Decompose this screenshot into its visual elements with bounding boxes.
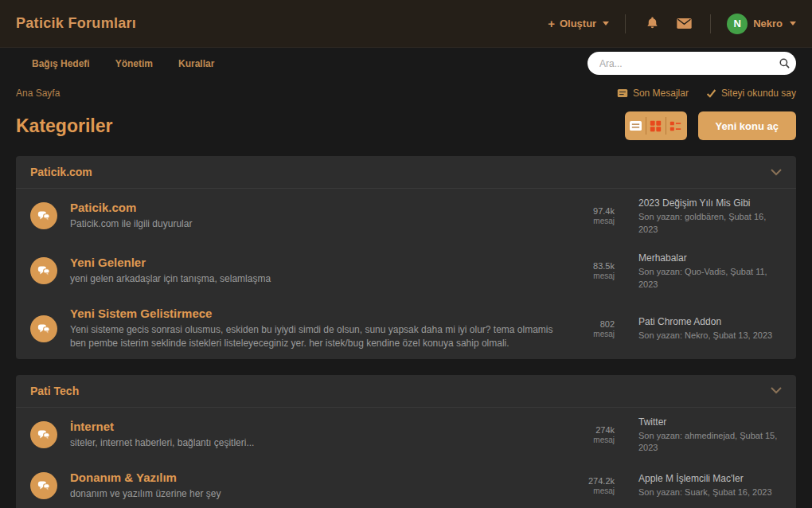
create-button[interactable]: + Oluştur bbox=[548, 17, 609, 30]
top-header: Paticik Forumları + Oluştur N Nekro bbox=[0, 0, 812, 48]
search-button[interactable] bbox=[772, 57, 796, 69]
forum-description: siteler, internet haberleri, bağlantı çe… bbox=[70, 436, 556, 450]
recent-messages-link[interactable]: Son Mesajlar bbox=[617, 88, 689, 99]
lastpost-title[interactable]: Merhabalar bbox=[638, 252, 782, 264]
new-topic-button[interactable]: Yeni konu aç bbox=[698, 111, 796, 140]
forum-title[interactable]: Paticik.com bbox=[70, 201, 556, 214]
forum-icon bbox=[30, 472, 57, 499]
view-list-button[interactable] bbox=[627, 111, 646, 140]
section-header[interactable]: Pati Tech bbox=[16, 375, 796, 408]
breadcrumb-row: Ana Sayfa Son Mesajlar Siteyi okundu say bbox=[0, 88, 812, 99]
message-count: 274.2k bbox=[568, 476, 615, 486]
view-grid-button[interactable] bbox=[646, 111, 666, 140]
message-unit: mesaj bbox=[568, 217, 615, 225]
messages-button[interactable] bbox=[673, 14, 694, 34]
detail-list-view-icon bbox=[670, 120, 681, 132]
forum-row[interactable]: Yeni Gelenler yeni gelen arkadaşlar için… bbox=[16, 244, 796, 299]
search-bar bbox=[588, 52, 796, 75]
forum-stats: 274.2k mesaj bbox=[568, 476, 615, 495]
forum-lastpost: Merhabalar Son yazan: Quo-Vadis, Şubat 1… bbox=[638, 252, 782, 291]
message-unit: mesaj bbox=[568, 330, 615, 338]
section-header[interactable]: Paticik.com bbox=[16, 156, 796, 189]
forum-icon bbox=[30, 202, 57, 229]
view-detail-button[interactable] bbox=[666, 111, 685, 140]
lastpost-title[interactable]: Apple M İşlemcili Mac'ler bbox=[638, 472, 782, 485]
forum-lastpost: Pati Chrome Addon Son yazan: Nekro, Şuba… bbox=[638, 315, 782, 342]
nav-item-yonetim[interactable]: Yönetim bbox=[115, 58, 153, 69]
lastpost-meta: Son yazan: Quo-Vadis, Şubat 11, 2023 bbox=[638, 266, 782, 291]
lastpost-meta: Son yazan: goldbären, Şubat 16, 2023 bbox=[638, 211, 782, 236]
forum-lastpost: Twitter Son yazan: ahmedinejad, Şubat 15… bbox=[638, 416, 782, 455]
header-actions: + Oluştur N Nekro bbox=[548, 14, 796, 34]
forum-description: Paticik.com ile ilgili duyurular bbox=[70, 217, 556, 231]
check-icon bbox=[706, 89, 716, 98]
category-section-paticik: Paticik.com Paticik.com Paticik.com ile … bbox=[16, 156, 796, 359]
section-title[interactable]: Paticik.com bbox=[30, 166, 92, 178]
chat-bubbles-icon bbox=[37, 479, 51, 493]
quick-links: Son Mesajlar Siteyi okundu say bbox=[617, 88, 796, 99]
forum-main: Yeni Sistem Gelistirmece Yeni sisteme ge… bbox=[70, 307, 556, 351]
nav-links: Bağış Hedefi Yönetim Kurallar bbox=[32, 58, 214, 69]
chevron-down-icon[interactable] bbox=[771, 387, 782, 394]
forum-lastpost: 2023 Değişim Yılı Mis Gibi Son yazan: go… bbox=[638, 197, 782, 236]
section-title[interactable]: Pati Tech bbox=[30, 385, 79, 397]
nav-item-bagis-hedefi[interactable]: Bağış Hedefi bbox=[32, 58, 90, 69]
create-label: Oluştur bbox=[560, 18, 596, 29]
forum-title[interactable]: İnternet bbox=[70, 420, 556, 433]
message-count: 97.4k bbox=[568, 206, 615, 216]
forum-title[interactable]: Yeni Sistem Gelistirmece bbox=[70, 307, 556, 320]
forum-description: Yeni sisteme gecis sonrasi olusmus, eski… bbox=[70, 323, 556, 351]
forum-title[interactable]: Donanım & Yazılım bbox=[70, 471, 556, 484]
view-toggle-group bbox=[625, 111, 687, 140]
divider bbox=[625, 14, 626, 33]
chevron-down-icon[interactable] bbox=[771, 169, 782, 176]
forum-row[interactable]: Yeni Sistem Gelistirmece Yeni sisteme ge… bbox=[16, 299, 796, 359]
forum-main: Yeni Gelenler yeni gelen arkadaşlar için… bbox=[70, 256, 556, 286]
forum-stats: 83.5k mesaj bbox=[568, 261, 615, 280]
nav-item-kurallar[interactable]: Kurallar bbox=[178, 58, 214, 69]
chat-bubbles-icon bbox=[37, 209, 51, 223]
user-name: Nekro bbox=[753, 18, 783, 29]
message-unit: mesaj bbox=[568, 487, 615, 495]
message-count: 802 bbox=[568, 319, 615, 329]
message-count: 83.5k bbox=[568, 261, 615, 271]
page-controls: Yeni konu aç bbox=[625, 111, 796, 140]
site-brand[interactable]: Paticik Forumları bbox=[16, 15, 136, 32]
plus-icon: + bbox=[548, 17, 555, 30]
search-input[interactable] bbox=[588, 58, 772, 69]
forum-stats: 274k mesaj bbox=[568, 425, 615, 444]
lastpost-meta: Son yazan: Nekro, Şubat 13, 2023 bbox=[638, 330, 782, 342]
category-section-pati-tech: Pati Tech İnternet siteler, internet hab… bbox=[16, 375, 796, 508]
forum-description: yeni gelen arkadaşlar için tanışma, sela… bbox=[70, 272, 556, 286]
user-menu[interactable]: N Nekro bbox=[727, 14, 796, 34]
mark-read-label: Siteyi okundu say bbox=[721, 88, 796, 99]
forum-title[interactable]: Yeni Gelenler bbox=[70, 256, 556, 269]
forum-lastpost: Apple M İşlemcili Mac'ler Son yazan: Sua… bbox=[638, 472, 782, 499]
notifications-button[interactable] bbox=[642, 14, 662, 34]
recent-messages-icon bbox=[617, 88, 628, 98]
forum-main: İnternet siteler, internet haberleri, ba… bbox=[70, 420, 556, 450]
forum-row[interactable]: Donanım & Yazılım donanım ve yazılım üze… bbox=[16, 463, 796, 508]
message-unit: mesaj bbox=[568, 436, 615, 444]
forum-main: Donanım & Yazılım donanım ve yazılım üze… bbox=[70, 471, 556, 501]
mark-read-link[interactable]: Siteyi okundu say bbox=[706, 88, 796, 99]
forum-stats: 97.4k mesaj bbox=[568, 206, 615, 225]
grid-view-icon bbox=[650, 120, 662, 132]
message-count: 274k bbox=[568, 425, 615, 435]
caret-down-icon bbox=[603, 21, 609, 25]
lastpost-title[interactable]: Pati Chrome Addon bbox=[638, 315, 782, 328]
page-head: Kategoriler bbox=[0, 111, 812, 140]
breadcrumb[interactable]: Ana Sayfa bbox=[16, 88, 60, 99]
bell-icon bbox=[645, 16, 660, 31]
avatar: N bbox=[727, 14, 748, 34]
forum-description: donanım ve yazılım üzerine her şey bbox=[70, 487, 556, 501]
forum-row[interactable]: Paticik.com Paticik.com ile ilgili duyur… bbox=[16, 189, 796, 244]
page-title: Kategoriler bbox=[16, 115, 112, 137]
forum-stats: 802 mesaj bbox=[568, 319, 615, 338]
forum-row[interactable]: İnternet siteler, internet haberleri, ba… bbox=[16, 408, 796, 463]
chat-bubbles-icon bbox=[37, 264, 51, 278]
forum-icon bbox=[30, 257, 57, 284]
message-unit: mesaj bbox=[568, 272, 615, 280]
lastpost-title[interactable]: Twitter bbox=[638, 416, 782, 428]
lastpost-title[interactable]: 2023 Değişim Yılı Mis Gibi bbox=[638, 197, 782, 209]
